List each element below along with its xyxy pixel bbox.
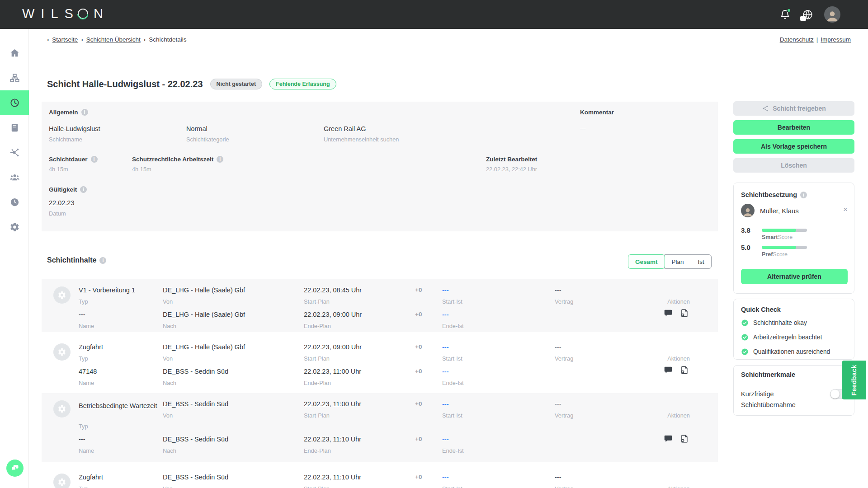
table-row[interactable]: Zugfahrt Typ 47148 Name DE_LHG - Halle (…	[42, 336, 718, 389]
row-gear-icon	[53, 286, 71, 304]
row-start-plan-value: 22.02.23, 11:00 Uhr	[304, 400, 412, 408]
row-name-value: 47148	[79, 368, 159, 375]
als-vorlage-speichern-button[interactable]: Als Vorlage speichern	[733, 139, 854, 154]
row-vertrag-value: ---	[555, 400, 645, 408]
breadcrumb-startseite[interactable]: Startseite	[52, 36, 78, 43]
protocol-document-icon[interactable]	[679, 308, 689, 318]
schichtdauer-label: Schichtdauer	[49, 156, 98, 163]
impressum-link[interactable]: Impressum	[821, 36, 851, 43]
row-start-ist-label: Start-Ist	[442, 298, 542, 305]
breadcrumb-schichten-uebersicht[interactable]: Schichten Übersicht	[86, 36, 141, 43]
schichtbesetzung-card: Schichtbesetzung Müller, Klaus × 3.8 Sma…	[733, 183, 854, 294]
row-start-plan-value: 22.02.23, 11:10 Uhr	[304, 474, 412, 481]
gueltigkeit-label-text: Gültigkeit	[49, 186, 77, 193]
info-icon[interactable]	[217, 156, 223, 163]
chevron-right-icon: ›	[144, 36, 146, 43]
topbar-icons	[779, 0, 840, 29]
row-name-label: Name	[79, 323, 159, 329]
row-von-value: DE_LHG - Halle (Saale) Gbf	[163, 343, 294, 351]
tab-gesamt[interactable]: Gesamt	[628, 254, 665, 269]
feedback-tab-label: Feedback	[850, 365, 858, 396]
info-icon[interactable]	[99, 257, 106, 264]
comment-icon[interactable]	[663, 434, 673, 444]
row-vertrag-label: Vertrag	[555, 298, 645, 305]
bearbeiten-button[interactable]: Bearbeiten	[733, 120, 854, 135]
schichtdauer-label-text: Schichtdauer	[49, 156, 88, 163]
schichtinhalte-header: Schichtinhalte	[47, 256, 106, 264]
support-chat-fab[interactable]	[6, 460, 24, 477]
row-von-label: Von	[163, 485, 294, 488]
tab-ist[interactable]: Ist	[691, 254, 712, 269]
remove-person-icon[interactable]: ×	[843, 206, 848, 213]
quick-check-item: Schichtinhalte okay	[741, 319, 807, 327]
datenschutz-link[interactable]: Datenschutz	[780, 36, 814, 43]
user-avatar[interactable]	[824, 6, 840, 23]
row-ende-ist-value[interactable]: ---	[442, 368, 542, 375]
row-vertrag-value: ---	[555, 286, 645, 294]
row-start-plan-label: Start-Plan	[304, 412, 412, 419]
schichtbesetzung-title: Schichtbesetzung	[741, 191, 807, 198]
check-circle-icon	[741, 333, 749, 341]
smartscore-bar	[762, 229, 807, 232]
row-ende-plan-label: Ende-Plan	[304, 380, 412, 386]
logo-o-ring-icon	[78, 9, 88, 19]
row-start-ist-label: Start-Ist	[442, 485, 542, 488]
row-nach-label: Nach	[163, 380, 294, 386]
feedback-tab[interactable]: Feedback	[842, 361, 866, 399]
row-start-ist-value[interactable]: ---	[442, 286, 542, 294]
row-start-offset: +0	[415, 400, 422, 407]
quick-check-item: Arbeitzeitregeln beachtet	[741, 333, 822, 341]
zuletzt-bearbeitet-value: 22.02.23, 22:42 Uhr	[486, 166, 537, 173]
sidebar-item-organisation[interactable]	[0, 66, 29, 90]
schicht-freigeben-button[interactable]: Schicht freigeben	[733, 101, 854, 116]
row-ende-plan-value: 22.02.23, 11:10 Uhr	[304, 436, 412, 443]
row-von-value: DE_LHG - Halle (Saale) Gbf	[163, 286, 294, 294]
info-icon[interactable]	[81, 109, 88, 116]
row-gear-icon	[53, 343, 71, 361]
sidebar-item-mitarbeiter[interactable]	[0, 165, 29, 190]
protocol-document-icon[interactable]	[679, 434, 689, 444]
row-nach-label: Nach	[163, 323, 294, 329]
loeschen-button[interactable]: Löschen	[733, 158, 854, 173]
row-start-ist-value[interactable]: ---	[442, 400, 542, 408]
alternative-pruefen-button[interactable]: Alternative prüfen	[741, 269, 848, 284]
row-ende-plan-label: Ende-Plan	[304, 447, 412, 454]
info-icon[interactable]	[80, 186, 87, 193]
protocol-document-icon[interactable]	[679, 365, 689, 375]
sidebar-item-home[interactable]	[0, 41, 29, 66]
table-row[interactable]: V1 - Vorbereitung 1 Typ --- Name DE_LHG …	[42, 279, 718, 332]
smartscore-value: 3.8	[741, 226, 758, 234]
sidebar-item-zeiterfassung[interactable]	[0, 190, 29, 215]
unternehmenseinheit-value: Green Rail AG	[324, 125, 366, 132]
kurzfristige-schichtuebernahme-label: Kurzfristige Schichtübernahme	[741, 389, 813, 411]
table-row[interactable]: Betriebsbedingte Wartezeit Typ --- Name …	[42, 393, 718, 462]
status-badge: Nicht gestartet	[210, 79, 263, 89]
sidebar-item-schichten[interactable]	[0, 90, 29, 115]
row-start-offset: +0	[415, 286, 422, 293]
notifications-bell-icon[interactable]	[779, 9, 791, 20]
tab-plan[interactable]: Plan	[665, 254, 691, 269]
sidebar-item-journal[interactable]	[0, 115, 29, 140]
row-ende-ist-value[interactable]: ---	[442, 311, 542, 318]
hierarchy-icon	[9, 73, 20, 83]
row-start-ist-value[interactable]: ---	[442, 474, 542, 481]
comment-icon[interactable]	[663, 308, 673, 318]
schichtname-label: Schichtname	[49, 136, 82, 143]
sidebar-item-einstellungen[interactable]	[0, 215, 29, 239]
row-ende-ist-label: Ende-Ist	[442, 447, 542, 454]
table-row[interactable]: Zugfahrt Typ DE_BSS - Seddin Süd Von 22.…	[42, 466, 718, 488]
row-start-ist-value[interactable]: ---	[442, 343, 542, 351]
sidebar-item-netzwerk[interactable]	[0, 140, 29, 165]
row-typ-value: Betriebsbedingte Wartezeit	[79, 400, 159, 412]
language-globe-icon[interactable]	[802, 9, 813, 20]
smartscore-label: SmartScore	[762, 234, 793, 240]
row-actions	[663, 308, 689, 318]
chevron-right-icon: ›	[81, 36, 83, 43]
comment-icon[interactable]	[663, 365, 673, 375]
row-aktionen-label: Aktionen	[667, 298, 690, 305]
clock-icon	[9, 98, 20, 108]
quick-check-item-text: Arbeitzeitregeln beachtet	[753, 334, 822, 341]
row-ende-ist-value[interactable]: ---	[442, 436, 542, 443]
info-icon[interactable]	[91, 156, 98, 163]
info-icon[interactable]	[800, 192, 807, 198]
